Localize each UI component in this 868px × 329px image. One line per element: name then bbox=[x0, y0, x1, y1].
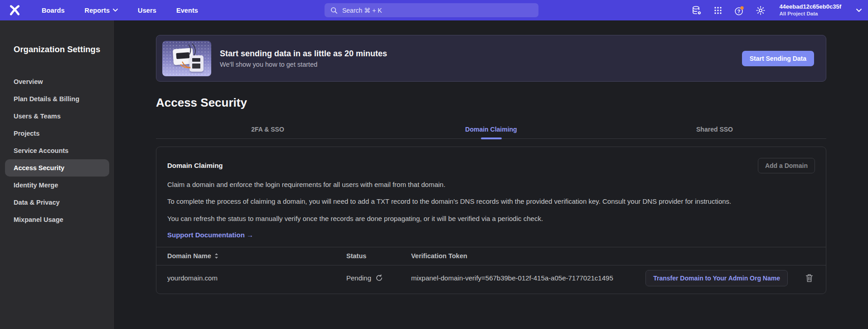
project-scope: All Project Data bbox=[779, 10, 841, 17]
sidebar-title: Organization Settings bbox=[14, 44, 114, 54]
refresh-icon bbox=[375, 274, 383, 282]
domain-claiming-card: Domain Claiming Add a Domain Claim a dom… bbox=[156, 147, 826, 294]
support-documentation-link[interactable]: Support Documentation → bbox=[167, 231, 253, 239]
refresh-status-button[interactable] bbox=[375, 274, 383, 282]
access-security-tabs: 2FA & SSO Domain Claiming Shared SSO bbox=[156, 120, 826, 139]
domain-table-row: yourdomain.com Pending mixpanel-domain-v… bbox=[156, 265, 826, 291]
status-cell: Pending bbox=[346, 274, 411, 282]
card-description-1: Claim a domain and enforce the login req… bbox=[156, 179, 826, 190]
add-domain-button[interactable]: Add a Domain bbox=[758, 158, 815, 173]
mixpanel-logo[interactable] bbox=[8, 4, 21, 17]
tab-shared-sso[interactable]: Shared SSO bbox=[603, 120, 826, 138]
sort-icon[interactable] bbox=[214, 253, 218, 259]
mixpanel-logo-icon bbox=[9, 4, 21, 16]
nav-item-boards[interactable]: Boards bbox=[42, 7, 65, 14]
sidebar-item-overview[interactable]: Overview bbox=[0, 73, 114, 90]
getting-started-banner: Start sending data in as little as 20 mi… bbox=[156, 35, 826, 82]
verification-token-cell: mixpanel-domain-verify=567b39be-012f-415… bbox=[411, 274, 645, 282]
nav-item-label: Events bbox=[176, 7, 198, 14]
apps-grid-icon[interactable] bbox=[713, 5, 723, 16]
column-header-verification-token: Verification Token bbox=[411, 252, 788, 260]
chevron-down-icon bbox=[856, 9, 862, 12]
sidebar-list: Overview Plan Details & Billing Users & … bbox=[0, 73, 114, 228]
nav-item-label: Boards bbox=[42, 7, 65, 14]
org-switcher[interactable]: 44eebad12c65eb0c35f All Project Data bbox=[779, 3, 841, 17]
trash-icon bbox=[805, 274, 813, 282]
chevron-down-icon bbox=[113, 9, 118, 12]
banner-title: Start sending data in as little as 20 mi… bbox=[220, 49, 387, 59]
nav-item-label: Reports bbox=[85, 7, 110, 14]
domains-table: Domain Name Status Verification Token yo… bbox=[156, 247, 826, 291]
tab-domain-claiming[interactable]: Domain Claiming bbox=[379, 120, 603, 138]
sidebar-item-users-teams[interactable]: Users & Teams bbox=[0, 108, 114, 125]
search-input[interactable]: Search ⌘ + K bbox=[325, 3, 538, 17]
start-sending-data-button[interactable]: Start Sending Data bbox=[742, 51, 814, 66]
search-placeholder: Search ⌘ + K bbox=[342, 7, 382, 14]
card-description-3: You can refresh the status to manually v… bbox=[156, 213, 826, 224]
nav-item-events[interactable]: Events bbox=[176, 7, 198, 14]
org-switcher-chevron[interactable] bbox=[856, 9, 862, 12]
notification-badge bbox=[741, 6, 744, 9]
banner-subtitle: We'll show you how to get started bbox=[220, 61, 387, 68]
domain-name-cell: yourdomain.com bbox=[167, 274, 346, 282]
banner-text: Start sending data in as little as 20 mi… bbox=[220, 49, 387, 68]
column-header-label: Verification Token bbox=[411, 252, 467, 260]
nav-item-users[interactable]: Users bbox=[138, 7, 156, 14]
card-description-2: To complete the process of claiming a do… bbox=[156, 196, 746, 206]
column-header-label: Status bbox=[346, 252, 366, 260]
sidebar-item-identity-merge[interactable]: Identity Merge bbox=[0, 177, 114, 194]
data-management-icon[interactable] bbox=[691, 5, 702, 16]
sidebar-item-projects[interactable]: Projects bbox=[0, 125, 114, 142]
main-content: Start sending data in as little as 20 mi… bbox=[115, 20, 868, 329]
nav-item-label: Users bbox=[138, 7, 156, 14]
top-nav: Boards Reports Users Events Search ⌘ + K bbox=[0, 0, 868, 20]
svg-text:?: ? bbox=[737, 8, 740, 14]
sidebar-item-mixpanel-usage[interactable]: Mixpanel Usage bbox=[0, 211, 114, 228]
search-icon bbox=[330, 6, 338, 14]
table-header-row: Domain Name Status Verification Token bbox=[156, 247, 826, 265]
primary-nav: Boards Reports Users Events bbox=[42, 7, 198, 14]
nav-item-reports[interactable]: Reports bbox=[85, 7, 118, 14]
tab-2fa-sso[interactable]: 2FA & SSO bbox=[156, 120, 379, 138]
sidebar-item-service-accounts[interactable]: Service Accounts bbox=[0, 142, 114, 159]
card-header: Domain Claiming Add a Domain bbox=[156, 147, 826, 173]
help-icon[interactable]: ? bbox=[734, 5, 745, 16]
column-header-domain-name[interactable]: Domain Name bbox=[167, 252, 346, 260]
getting-started-illustration bbox=[162, 41, 211, 76]
sidebar-item-plan-details-billing[interactable]: Plan Details & Billing bbox=[0, 90, 114, 108]
page-title: Access Security bbox=[156, 96, 826, 110]
settings-sidebar: Organization Settings Overview Plan Deta… bbox=[0, 20, 115, 329]
status-text: Pending bbox=[346, 274, 371, 282]
sidebar-item-data-privacy[interactable]: Data & Privacy bbox=[0, 194, 114, 211]
sidebar-item-access-security[interactable]: Access Security bbox=[5, 159, 109, 177]
delete-domain-button[interactable] bbox=[804, 272, 815, 284]
column-header-status: Status bbox=[346, 252, 411, 260]
column-header-label: Domain Name bbox=[167, 252, 211, 260]
org-id: 44eebad12c65eb0c35f bbox=[779, 3, 841, 10]
illustration-wires bbox=[162, 41, 211, 76]
card-title: Domain Claiming bbox=[167, 162, 223, 169]
settings-gear-icon[interactable] bbox=[755, 5, 766, 16]
transfer-domain-button[interactable]: Transfer Domain to Your Admin Org Name bbox=[645, 270, 788, 286]
nav-right-cluster: ? 44eebad12c65eb0c35f All Project Data bbox=[691, 0, 862, 20]
